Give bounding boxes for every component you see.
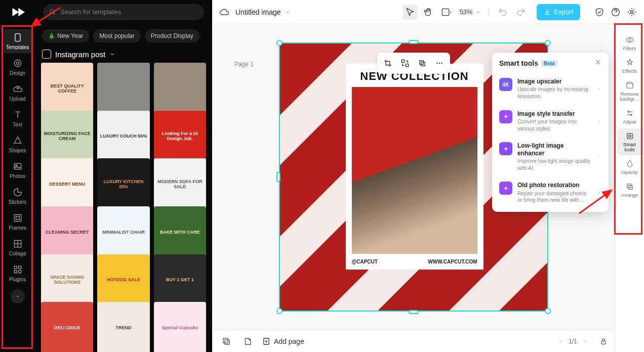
notes-button[interactable] (240, 334, 255, 348)
template-thumb[interactable]: Looking For a UI Design Job. (154, 111, 206, 163)
template-grid[interactable]: BEST QUALITY COFFEEMOISTURIZING FACE CRE… (35, 63, 212, 352)
crop-icon (383, 59, 392, 68)
add-page-icon (262, 337, 271, 346)
rail-label: Templates (6, 45, 29, 50)
beta-badge: Beta (541, 60, 557, 67)
redo-button[interactable] (513, 5, 529, 20)
resize-handle-l[interactable] (276, 172, 280, 182)
crop-button[interactable] (380, 56, 395, 71)
resize-handle-tl[interactable] (276, 40, 283, 46)
template-thumb[interactable]: BEST QUALITY COFFEE (41, 63, 93, 115)
page-prev[interactable] (557, 338, 564, 344)
rail-more[interactable] (11, 289, 25, 303)
template-thumb[interactable]: Special Cupcake (154, 302, 206, 352)
rail-photos[interactable]: Photos (3, 158, 33, 182)
rrail-filters[interactable]: Filters (618, 32, 642, 54)
resize-handle-b[interactable] (409, 310, 419, 314)
template-thumb[interactable]: BUY 1 GET 1 (154, 254, 206, 306)
divider (489, 8, 489, 17)
notes-icon (243, 337, 252, 346)
shield-icon[interactable] (594, 7, 605, 17)
rrail-label: Effects (622, 69, 637, 74)
rail-frames[interactable]: Frames (3, 210, 33, 234)
rail-label: Photos (10, 173, 25, 179)
cursor-tool[interactable] (402, 5, 418, 20)
rail-upload[interactable]: Upload (3, 81, 33, 105)
replace-icon (400, 59, 410, 68)
chip-most-popular[interactable]: Most popular (93, 29, 140, 42)
smart-tool-desc: Upscale images by increasing resolution. (517, 86, 591, 100)
smart-tool-desc: Improve low-light image quality with AI. (517, 158, 591, 171)
export-button[interactable]: Export (537, 4, 580, 20)
template-thumb[interactable]: DESSERT MENU (41, 158, 93, 210)
template-thumb[interactable] (97, 63, 149, 115)
smart-tool-item[interactable]: ✦ Image style transfer Convert your imag… (492, 105, 609, 138)
document-title[interactable]: Untitled image (235, 8, 290, 16)
resize-handle-tr[interactable] (545, 40, 551, 46)
chevron-right-icon (596, 84, 601, 94)
rail-shapes[interactable]: Shapes (3, 133, 33, 156)
template-thumb[interactable] (154, 63, 206, 115)
page-next[interactable] (582, 338, 588, 344)
resize-handle-t[interactable] (409, 40, 419, 44)
lock-icon[interactable] (599, 337, 608, 345)
close-button[interactable] (594, 59, 601, 68)
rrail-smart-tools[interactable]: Smart tools (618, 128, 642, 155)
undo-button[interactable] (495, 5, 510, 20)
rrail-label: Smart tools (618, 142, 642, 152)
rail-text[interactable]: Text (3, 107, 33, 130)
rrail-opacity[interactable]: Opacity (618, 156, 642, 178)
detach-icon (418, 59, 427, 68)
smart-tool-item[interactable]: 4K Image upscaler Upscale images by incr… (492, 73, 609, 105)
chevron-down-icon (15, 293, 21, 299)
chevron-down-icon (475, 10, 480, 15)
layers-button[interactable] (219, 334, 233, 348)
hand-tool[interactable] (421, 5, 436, 20)
resize-tool[interactable] (439, 5, 454, 20)
template-thumb[interactable]: MOISTURIZING FACE CREAM (41, 111, 93, 163)
download-icon (544, 9, 551, 16)
smart-tool-body: Low-light image enhancer Improve low-lig… (517, 142, 591, 171)
resize-handle-br[interactable] (545, 308, 551, 314)
rail-plugins[interactable]: Plugins (3, 261, 33, 285)
smart-tool-item[interactable]: ✦ Low-light image enhancer Improve low-l… (492, 137, 609, 177)
template-thumb[interactable]: SPACE SAVING SOLUTIONS (41, 254, 93, 306)
rail-design[interactable]: Design (3, 55, 33, 79)
category-selector[interactable]: Instagram post (35, 45, 212, 63)
cloud-icon[interactable] (219, 7, 229, 17)
add-page-button[interactable]: Add page (262, 337, 304, 346)
chip-product-display[interactable]: Product Display (145, 29, 199, 42)
help-icon[interactable] (611, 7, 621, 17)
svg-line-46 (31, 8, 60, 26)
detach-button[interactable] (415, 56, 430, 71)
template-thumb[interactable]: HOTDOG SALE (97, 254, 149, 306)
template-thumb[interactable]: LUXURY COUCH 50% (97, 111, 149, 163)
template-thumb[interactable]: LUXURY KITCHEN 25% (97, 158, 149, 210)
template-thumb[interactable]: DELI CIOUS (41, 302, 93, 352)
replace-button[interactable] (397, 56, 413, 71)
more-button[interactable] (432, 56, 447, 71)
template-thumb[interactable]: MINIMALIST CHAIR (97, 206, 149, 258)
svg-point-43 (628, 135, 631, 138)
svg-rect-45 (628, 186, 632, 190)
template-thumb[interactable]: BAKE WITH CARE (154, 206, 206, 258)
svg-rect-19 (18, 271, 21, 273)
search-input[interactable]: Search for templates (43, 4, 204, 20)
zoom-control[interactable]: 53% (457, 8, 482, 16)
settings-icon[interactable] (627, 7, 637, 17)
rrail-effects[interactable]: Effects (618, 55, 642, 77)
topbar-tools: 53% Export (402, 4, 580, 20)
rrail-arrange[interactable]: Arrange (618, 179, 642, 201)
resize-handle-bl[interactable] (276, 308, 283, 314)
template-thumb[interactable]: TREND (97, 302, 149, 352)
svg-rect-5 (15, 34, 20, 41)
rail-collage[interactable]: Collage (3, 236, 33, 259)
template-thumb[interactable]: MODERN SOFA FOR SALE (154, 158, 206, 210)
rrail-adjust[interactable]: Adjust (618, 106, 642, 127)
rrail-remove-bg[interactable]: Remove backgr… (618, 78, 642, 105)
chip-label: Most popular (99, 32, 134, 39)
rail-templates[interactable]: Templates (3, 29, 33, 53)
template-thumb[interactable]: CLEANING SECRET (41, 206, 93, 258)
svg-rect-17 (18, 266, 21, 269)
rail-stickers[interactable]: Stickers (3, 184, 33, 208)
